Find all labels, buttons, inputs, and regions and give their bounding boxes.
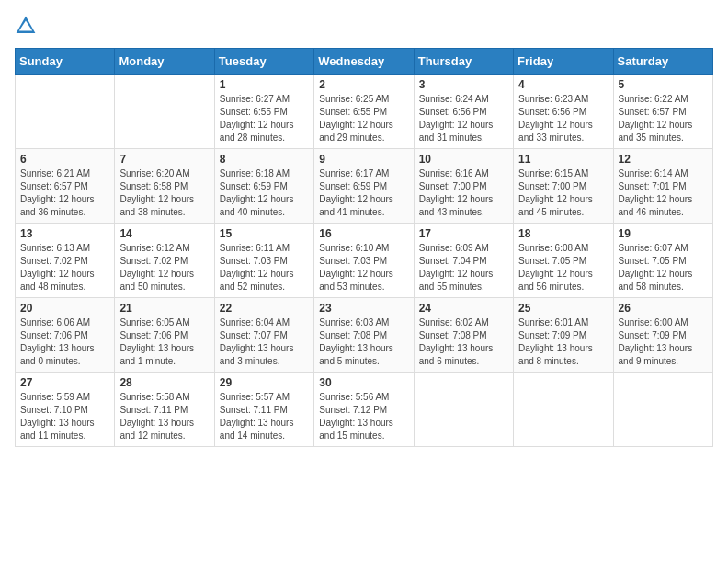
day-number: 26	[619, 302, 708, 315]
calendar-cell: 4Sunrise: 6:23 AM Sunset: 6:56 PM Daylig…	[514, 75, 613, 149]
day-number: 1	[220, 78, 309, 91]
calendar-cell: 19Sunrise: 6:07 AM Sunset: 7:05 PM Dayli…	[613, 224, 712, 298]
calendar-table: SundayMondayTuesdayWednesdayThursdayFrid…	[15, 48, 713, 447]
calendar-cell: 22Sunrise: 6:04 AM Sunset: 7:07 PM Dayli…	[214, 298, 313, 373]
day-number: 13	[20, 227, 109, 240]
day-info: Sunrise: 5:59 AM Sunset: 7:10 PM Dayligh…	[20, 391, 109, 442]
day-number: 19	[619, 227, 708, 240]
day-number: 30	[319, 376, 408, 389]
day-number: 18	[518, 227, 608, 240]
day-number: 28	[119, 376, 209, 389]
calendar-cell: 29Sunrise: 5:57 AM Sunset: 7:11 PM Dayli…	[214, 373, 313, 447]
day-number: 25	[518, 302, 608, 315]
day-number: 20	[20, 302, 109, 315]
calendar-cell	[613, 373, 712, 447]
calendar-cell: 14Sunrise: 6:12 AM Sunset: 7:02 PM Dayli…	[115, 224, 214, 298]
day-number: 29	[220, 376, 309, 389]
calendar-cell: 1Sunrise: 6:27 AM Sunset: 6:55 PM Daylig…	[214, 75, 313, 149]
day-info: Sunrise: 5:58 AM Sunset: 7:11 PM Dayligh…	[119, 391, 209, 442]
calendar-cell: 13Sunrise: 6:13 AM Sunset: 7:02 PM Dayli…	[16, 224, 115, 298]
day-number: 2	[319, 78, 408, 91]
calendar-cell: 10Sunrise: 6:16 AM Sunset: 7:00 PM Dayli…	[414, 149, 513, 224]
day-number: 27	[20, 376, 109, 389]
day-info: Sunrise: 6:07 AM Sunset: 7:05 PM Dayligh…	[619, 242, 708, 293]
day-info: Sunrise: 6:02 AM Sunset: 7:08 PM Dayligh…	[419, 316, 508, 368]
weekday-header-thursday: Thursday	[414, 49, 513, 75]
page-header	[15, 15, 713, 37]
day-info: Sunrise: 6:24 AM Sunset: 6:56 PM Dayligh…	[419, 93, 508, 144]
day-info: Sunrise: 6:12 AM Sunset: 7:02 PM Dayligh…	[119, 242, 209, 293]
day-info: Sunrise: 6:10 AM Sunset: 7:03 PM Dayligh…	[319, 242, 408, 293]
day-info: Sunrise: 6:13 AM Sunset: 7:02 PM Dayligh…	[20, 242, 109, 293]
day-info: Sunrise: 6:01 AM Sunset: 7:09 PM Dayligh…	[518, 316, 608, 368]
day-info: Sunrise: 6:09 AM Sunset: 7:04 PM Dayligh…	[419, 242, 508, 293]
calendar-cell: 3Sunrise: 6:24 AM Sunset: 6:56 PM Daylig…	[414, 75, 513, 149]
calendar-cell: 11Sunrise: 6:15 AM Sunset: 7:00 PM Dayli…	[514, 149, 613, 224]
day-info: Sunrise: 6:21 AM Sunset: 6:57 PM Dayligh…	[20, 167, 109, 219]
day-number: 9	[319, 153, 408, 166]
day-number: 17	[419, 227, 508, 240]
calendar-week-row: 13Sunrise: 6:13 AM Sunset: 7:02 PM Dayli…	[16, 224, 713, 298]
calendar-cell: 15Sunrise: 6:11 AM Sunset: 7:03 PM Dayli…	[214, 224, 313, 298]
day-info: Sunrise: 6:00 AM Sunset: 7:09 PM Dayligh…	[619, 316, 708, 368]
logo-icon	[15, 15, 37, 37]
calendar-cell: 20Sunrise: 6:06 AM Sunset: 7:06 PM Dayli…	[16, 298, 115, 373]
calendar-cell: 24Sunrise: 6:02 AM Sunset: 7:08 PM Dayli…	[414, 298, 513, 373]
calendar-cell: 7Sunrise: 6:20 AM Sunset: 6:58 PM Daylig…	[115, 149, 214, 224]
calendar-cell: 18Sunrise: 6:08 AM Sunset: 7:05 PM Dayli…	[514, 224, 613, 298]
day-number: 10	[419, 153, 508, 166]
day-number: 22	[220, 302, 309, 315]
calendar-cell: 27Sunrise: 5:59 AM Sunset: 7:10 PM Dayli…	[16, 373, 115, 447]
calendar-week-row: 20Sunrise: 6:06 AM Sunset: 7:06 PM Dayli…	[16, 298, 713, 373]
day-info: Sunrise: 6:14 AM Sunset: 7:01 PM Dayligh…	[619, 167, 708, 219]
calendar-cell: 16Sunrise: 6:10 AM Sunset: 7:03 PM Dayli…	[314, 224, 414, 298]
calendar-cell: 21Sunrise: 6:05 AM Sunset: 7:06 PM Dayli…	[115, 298, 214, 373]
day-number: 5	[619, 78, 708, 91]
day-number: 8	[220, 153, 309, 166]
calendar-cell	[16, 75, 115, 149]
weekday-header-tuesday: Tuesday	[214, 49, 313, 75]
weekday-header-wednesday: Wednesday	[314, 49, 414, 75]
calendar-cell	[514, 373, 613, 447]
day-info: Sunrise: 6:20 AM Sunset: 6:58 PM Dayligh…	[119, 167, 209, 219]
day-info: Sunrise: 6:23 AM Sunset: 6:56 PM Dayligh…	[518, 93, 608, 144]
day-info: Sunrise: 6:08 AM Sunset: 7:05 PM Dayligh…	[518, 242, 608, 293]
day-number: 3	[419, 78, 508, 91]
day-info: Sunrise: 6:18 AM Sunset: 6:59 PM Dayligh…	[220, 167, 309, 219]
calendar-cell: 17Sunrise: 6:09 AM Sunset: 7:04 PM Dayli…	[414, 224, 513, 298]
calendar-cell: 2Sunrise: 6:25 AM Sunset: 6:55 PM Daylig…	[314, 75, 414, 149]
day-number: 16	[319, 227, 408, 240]
calendar-week-row: 27Sunrise: 5:59 AM Sunset: 7:10 PM Dayli…	[16, 373, 713, 447]
day-info: Sunrise: 6:15 AM Sunset: 7:00 PM Dayligh…	[518, 167, 608, 219]
day-number: 24	[419, 302, 508, 315]
day-info: Sunrise: 6:25 AM Sunset: 6:55 PM Dayligh…	[319, 93, 408, 144]
day-info: Sunrise: 5:56 AM Sunset: 7:12 PM Dayligh…	[319, 391, 408, 442]
day-number: 14	[119, 227, 209, 240]
logo	[15, 15, 40, 37]
day-info: Sunrise: 6:17 AM Sunset: 6:59 PM Dayligh…	[319, 167, 408, 219]
day-number: 6	[20, 153, 109, 166]
calendar-week-row: 1Sunrise: 6:27 AM Sunset: 6:55 PM Daylig…	[16, 75, 713, 149]
calendar-cell: 5Sunrise: 6:22 AM Sunset: 6:57 PM Daylig…	[613, 75, 712, 149]
calendar-week-row: 6Sunrise: 6:21 AM Sunset: 6:57 PM Daylig…	[16, 149, 713, 224]
day-number: 15	[220, 227, 309, 240]
day-info: Sunrise: 6:05 AM Sunset: 7:06 PM Dayligh…	[119, 316, 209, 368]
calendar-cell: 30Sunrise: 5:56 AM Sunset: 7:12 PM Dayli…	[314, 373, 414, 447]
weekday-header-friday: Friday	[514, 49, 613, 75]
weekday-header-monday: Monday	[115, 49, 214, 75]
day-info: Sunrise: 6:06 AM Sunset: 7:06 PM Dayligh…	[20, 316, 109, 368]
calendar-cell: 6Sunrise: 6:21 AM Sunset: 6:57 PM Daylig…	[16, 149, 115, 224]
day-info: Sunrise: 6:04 AM Sunset: 7:07 PM Dayligh…	[220, 316, 309, 368]
calendar-cell: 12Sunrise: 6:14 AM Sunset: 7:01 PM Dayli…	[613, 149, 712, 224]
day-number: 11	[518, 153, 608, 166]
day-info: Sunrise: 6:11 AM Sunset: 7:03 PM Dayligh…	[220, 242, 309, 293]
weekday-header-saturday: Saturday	[613, 49, 712, 75]
day-number: 23	[319, 302, 408, 315]
day-number: 12	[619, 153, 708, 166]
calendar-cell: 28Sunrise: 5:58 AM Sunset: 7:11 PM Dayli…	[115, 373, 214, 447]
calendar-cell: 25Sunrise: 6:01 AM Sunset: 7:09 PM Dayli…	[514, 298, 613, 373]
calendar-cell: 23Sunrise: 6:03 AM Sunset: 7:08 PM Dayli…	[314, 298, 414, 373]
day-info: Sunrise: 5:57 AM Sunset: 7:11 PM Dayligh…	[220, 391, 309, 442]
calendar-cell: 9Sunrise: 6:17 AM Sunset: 6:59 PM Daylig…	[314, 149, 414, 224]
calendar-cell	[115, 75, 214, 149]
